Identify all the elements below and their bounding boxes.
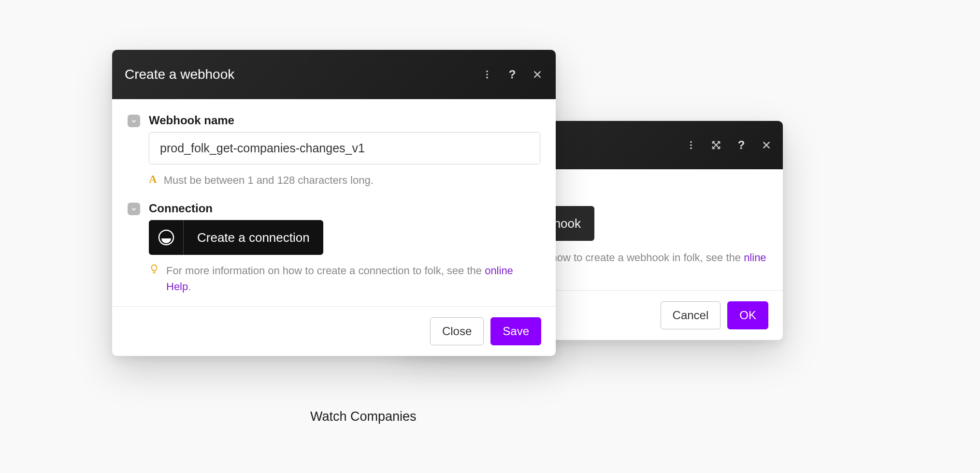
folk-icon	[149, 220, 184, 255]
svg-point-1	[690, 144, 692, 146]
save-button[interactable]: Save	[490, 317, 541, 345]
webhook-name-toggle[interactable]	[128, 115, 140, 127]
modal-title: Create a webhook	[125, 67, 234, 82]
svg-point-0	[690, 141, 692, 143]
cancel-button[interactable]: Cancel	[661, 301, 721, 329]
close-button[interactable]: Close	[430, 317, 484, 345]
svg-point-5	[486, 77, 488, 79]
create-webhook-modal: Create a webhook ? Webhook name A Must b…	[112, 50, 556, 356]
close-icon[interactable]	[761, 139, 772, 151]
more-icon[interactable]	[481, 69, 493, 80]
help-icon[interactable]: ?	[506, 69, 518, 80]
modal-footer: Close Save	[112, 306, 556, 356]
modal-titlebar: Create a webhook ?	[112, 50, 556, 99]
svg-point-3	[486, 71, 488, 73]
connection-hint: For more information on how to create a …	[166, 263, 535, 295]
webhook-name-hint: Must be between 1 and 128 characters lon…	[164, 172, 374, 188]
create-connection-button[interactable]: Create a connection	[149, 220, 323, 255]
warning-icon: A	[149, 173, 157, 186]
webhook-name-input[interactable]	[149, 132, 540, 164]
close-icon[interactable]	[532, 69, 543, 80]
ok-button[interactable]: OK	[727, 301, 768, 329]
svg-point-4	[486, 74, 488, 75]
svg-point-2	[690, 148, 692, 149]
watch-companies-label: Watch Companies	[310, 409, 417, 424]
expand-icon[interactable]	[710, 139, 722, 151]
help-icon[interactable]: ?	[735, 139, 747, 151]
connection-label: Connection	[149, 202, 213, 215]
create-connection-button-label: Create a connection	[184, 230, 323, 245]
webhook-name-label: Webhook name	[149, 114, 234, 127]
connection-toggle[interactable]	[128, 203, 140, 215]
more-icon[interactable]	[685, 139, 697, 151]
modal-body: Webhook name A Must be between 1 and 128…	[112, 99, 556, 306]
bulb-icon	[149, 264, 159, 276]
